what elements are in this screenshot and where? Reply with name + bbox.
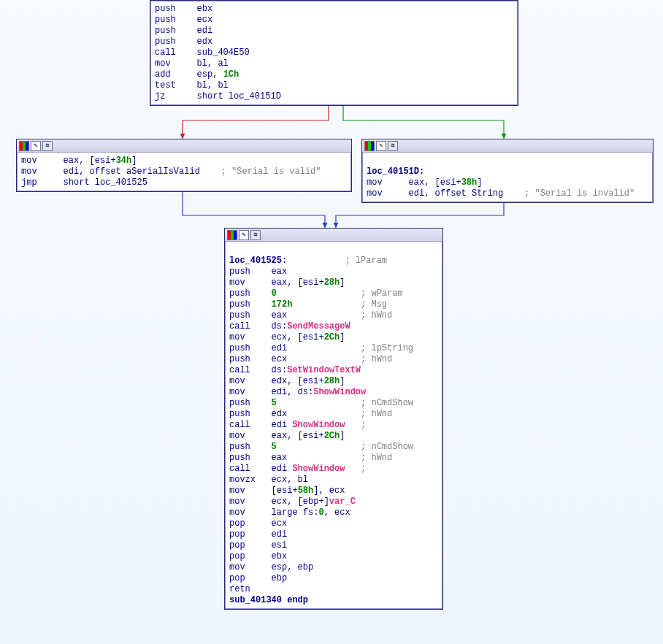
block-invalid[interactable]: ✎ ≋ loc_40151D: mov eax, [esi+38h] mov e… bbox=[361, 139, 654, 203]
block-titlebar: ✎ ≋ bbox=[362, 139, 653, 153]
code-bottom: loc_401525: ; lParam push eax mov eax, [… bbox=[225, 242, 442, 609]
code-right: loc_40151D: mov eax, [esi+38h] mov edi, … bbox=[362, 153, 653, 202]
color-icon bbox=[19, 141, 29, 151]
code-top: push ebx push ecx push edi push edx call… bbox=[150, 1, 518, 105]
block-valid[interactable]: ✎ ≋ mov eax, [esi+34h] mov edi, offset a… bbox=[16, 139, 352, 192]
flow-icon: ≋ bbox=[250, 230, 261, 240]
block-titlebar: ✎ ≋ bbox=[17, 139, 351, 153]
code-left: mov eax, [esi+34h] mov edi, offset aSeri… bbox=[17, 153, 351, 191]
color-icon bbox=[364, 141, 375, 151]
color-icon bbox=[227, 230, 237, 240]
flow-icon: ≋ bbox=[388, 141, 398, 151]
edit-icon: ✎ bbox=[376, 141, 386, 151]
block-titlebar: ✎ ≋ bbox=[225, 229, 442, 242]
edit-icon: ✎ bbox=[239, 230, 249, 240]
block-epilog[interactable]: ✎ ≋ loc_401525: ; lParam push eax mov ea… bbox=[224, 228, 443, 610]
flow-icon: ≋ bbox=[42, 141, 53, 151]
edit-icon: ✎ bbox=[31, 141, 41, 151]
block-top[interactable]: push ebx push ecx push edi push edx call… bbox=[150, 0, 518, 106]
